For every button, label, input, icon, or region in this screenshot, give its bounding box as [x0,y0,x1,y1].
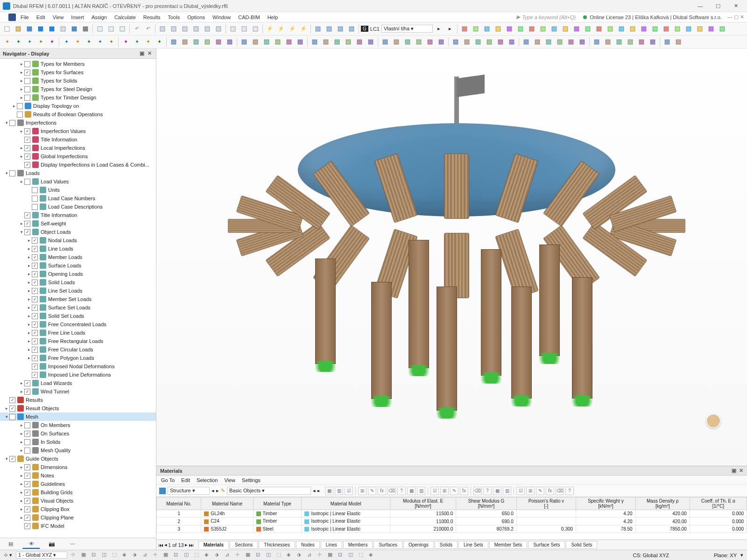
checkbox[interactable]: ✓ [32,246,38,252]
col-header[interactable]: Coeff. of Th. E α[1/°C] [690,497,747,510]
tree-item[interactable]: ▸✓Surface Set Loads [0,303,156,312]
checkbox[interactable] [24,78,30,84]
mattb-9-icon[interactable]: ▥ [417,487,425,495]
tree-item[interactable]: ▸✓Member Set Loads [0,295,156,303]
tool-36-icon[interactable] [592,37,602,47]
table-tab-member-sets[interactable]: Member Sets [489,541,527,549]
checkbox[interactable] [24,439,30,445]
tool-23-icon[interactable] [436,37,446,47]
draw-13-icon[interactable]: ✦ [154,37,164,47]
nav-prev-icon[interactable]: ◂ [211,488,214,494]
col-header[interactable]: Material Name [201,497,253,510]
mattb-3-icon[interactable]: ⊞ [358,487,366,495]
checkbox[interactable]: ✓ [32,330,38,336]
materials-menu-view[interactable]: View [224,477,235,483]
checkbox[interactable] [32,196,38,202]
tree-item[interactable]: ✓Display Imperfections in Load Cases & C… [0,161,156,169]
status-tool-10-icon[interactable]: ⊡ [174,552,181,559]
tree-item[interactable]: Load Case Numbers [0,194,156,203]
result-6-icon[interactable] [527,24,537,34]
result-17-icon[interactable] [650,24,660,34]
tool-42-icon[interactable] [662,37,672,47]
tool-9-icon[interactable] [273,37,283,47]
tool-41-icon[interactable] [648,37,658,47]
tool-10-icon[interactable] [284,37,294,47]
draw-1-icon[interactable]: ✦ [13,37,23,47]
tree-item[interactable]: ▾Loads [0,169,156,177]
status-tool-9-icon[interactable]: ▦ [163,552,171,559]
draw-5-icon[interactable]: ✦ [61,37,71,47]
tool-21-icon[interactable] [414,37,424,47]
tree-item[interactable]: ▸✓Line Set Loads [0,287,156,295]
tool-15-icon[interactable] [343,37,353,47]
status-tool-26-icon[interactable]: ⊡ [338,552,345,559]
tool-40-icon[interactable] [636,37,647,47]
checkbox[interactable]: ✓ [24,221,30,227]
menu-options[interactable]: Options [183,14,209,21]
new-file-icon[interactable] [2,24,12,34]
table-tab-lines[interactable]: Lines [321,541,342,549]
status-tool-16-icon[interactable]: ⊹ [235,552,243,559]
f4-icon[interactable] [346,24,357,34]
result-22-icon[interactable] [706,24,716,34]
status-tool-18-icon[interactable]: ⊡ [256,552,263,559]
checkbox[interactable]: ✓ [32,322,38,328]
checkbox[interactable]: ✓ [24,154,30,160]
menu-edit[interactable]: Edit [33,14,49,21]
checkbox[interactable]: ✓ [32,372,38,378]
checkbox[interactable] [9,414,15,420]
tree-item[interactable]: ▸Types for Steel Design [0,85,156,93]
tree-item[interactable]: Results of Boolean Operations [0,110,156,119]
tree-item[interactable]: ▸✓Wind Tunnel [0,387,156,396]
mattb-6-icon[interactable]: ⌫ [388,487,396,495]
tree-item[interactable]: ▸✓Member Loads [0,253,156,261]
result-2-icon[interactable] [482,24,492,34]
materials-menu-selection[interactable]: Selection [197,477,218,483]
file-icon[interactable] [8,14,16,21]
checkbox[interactable]: ✓ [32,254,38,260]
tree-item[interactable]: ▸✓Free Circular Loads [0,345,156,354]
result-10-icon[interactable] [571,24,582,34]
result-20-icon[interactable] [684,24,694,34]
draw-12-icon[interactable]: ✦ [143,37,153,47]
view-iso-icon[interactable] [157,24,168,34]
tree-item[interactable]: ✓Imposed Line Deformations [0,371,156,379]
redo-icon[interactable]: ↶ [143,24,153,34]
checkbox[interactable]: ✓ [32,338,38,344]
tree-item[interactable]: ▸✓Self-weight [0,219,156,228]
checkbox[interactable]: ✓ [24,490,30,496]
status-tool-2-icon[interactable]: ⊡ [92,552,99,559]
status-tool-20-icon[interactable]: ⬚ [276,552,284,559]
checkbox[interactable] [24,179,30,185]
mattb-23-icon[interactable]: ? [565,487,574,495]
checkbox[interactable]: ✓ [24,473,30,479]
result-1-icon[interactable] [471,24,481,34]
tree-item[interactable]: ▾Mesh [0,413,156,421]
result-8-icon[interactable] [549,24,559,34]
menu-calculate[interactable]: Calculate [111,14,140,21]
table3-icon[interactable] [250,24,261,34]
tool-25-icon[interactable] [462,37,472,47]
tree-item[interactable]: ▸✓Solid Loads [0,278,156,287]
tree-item[interactable]: ▸✓Line Loads [0,245,156,253]
result-15-icon[interactable] [627,24,638,34]
gear-icon[interactable]: ⚡ [265,24,275,34]
tree-item[interactable]: ▾✓Object Loads [0,228,156,236]
materials-menu-settings[interactable]: Settings [242,477,261,483]
checkbox[interactable]: ✓ [24,506,30,512]
tool-24-icon[interactable] [451,37,461,47]
table-tab-line-sets[interactable]: Line Sets [458,541,488,549]
tool-43-icon[interactable] [673,37,684,47]
tool-29-icon[interactable] [507,37,517,47]
lightning-icon[interactable]: ⚡ [276,24,286,34]
tool-35-icon[interactable] [577,37,587,47]
view-wire-icon[interactable] [213,24,224,34]
result-16-icon[interactable] [639,24,649,34]
menu-file[interactable]: File [17,14,33,21]
user-avatar[interactable] [706,413,721,428]
status-tool-8-icon[interactable]: ⊹ [153,552,161,559]
table-tab-members[interactable]: Members [343,541,373,549]
tool-26-icon[interactable] [473,37,483,47]
table2-icon[interactable] [239,24,249,34]
menu-results[interactable]: Results [140,14,164,21]
